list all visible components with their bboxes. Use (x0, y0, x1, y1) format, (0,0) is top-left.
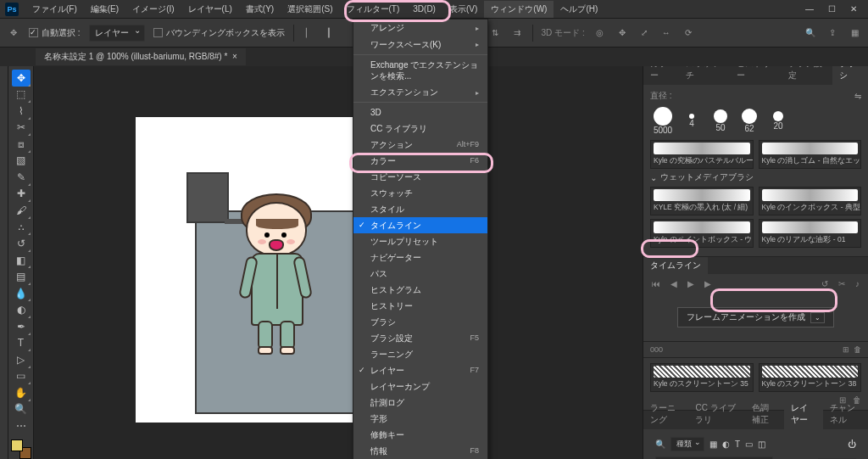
menu-paths[interactable]: パス (353, 266, 487, 282)
quick-select-tool[interactable]: ✂ (12, 120, 31, 137)
filter-type-icon[interactable]: T (735, 439, 740, 449)
menu-select[interactable]: 選択範囲(S) (281, 1, 339, 18)
brush-item[interactable]: Kyle の究極のパステルバルー… (650, 140, 754, 169)
menu-glyphs[interactable]: 字形 (353, 411, 487, 427)
menu-navigator[interactable]: ナビゲーター (353, 249, 487, 266)
timeline-split-icon[interactable]: ✂ (838, 279, 845, 288)
stamp-tool[interactable]: ⛬ (12, 219, 31, 236)
menu-color-panel[interactable]: カラーF6 (353, 153, 487, 169)
dodge-tool[interactable]: ◐ (12, 301, 31, 318)
eyedropper-tool[interactable]: ✎ (12, 169, 31, 186)
auto-select-checkbox[interactable]: 自動選択 : (29, 27, 81, 39)
menu-3d-panel[interactable]: 3D (353, 104, 487, 120)
create-frame-animation-button[interactable]: フレームアニメーションを作成 ⌄ (677, 307, 834, 327)
brush-preset[interactable]: 5000 (650, 107, 676, 135)
type-tool[interactable]: T (12, 335, 31, 352)
menu-info[interactable]: 情報F8 (353, 443, 487, 459)
timeline-audio-icon[interactable]: ♪ (855, 279, 860, 288)
menu-cc-library[interactable]: CC ライブラリ (353, 120, 487, 137)
brush-item[interactable]: Kyle のスクリーントーン 38 (759, 363, 862, 392)
menu-swatches[interactable]: スウォッチ (353, 185, 487, 201)
menu-modifier-keys[interactable]: 修飾キー (353, 427, 487, 443)
foreground-color[interactable] (11, 439, 23, 451)
canvas-area[interactable] (34, 66, 643, 459)
flip-icon[interactable]: ⇋ (854, 92, 861, 101)
menu-learning[interactable]: ラーニング (353, 346, 487, 362)
brush-item[interactable]: Kyle のリアルな油彩 - 01 (759, 219, 862, 248)
menu-styles[interactable]: スタイル (353, 201, 487, 217)
share-icon[interactable]: ⇪ (826, 26, 839, 40)
gradient-tool[interactable]: ▤ (12, 268, 31, 285)
filter-smart-icon[interactable]: ◫ (758, 439, 765, 449)
brush-preset[interactable]: 62 (737, 107, 762, 135)
menu-edit[interactable]: 編集(E) (84, 1, 125, 18)
menu-help[interactable]: ヘルプ(H) (554, 1, 604, 18)
frame-tool[interactable]: ▧ (12, 153, 31, 170)
history-brush-tool[interactable]: ↺ (12, 235, 31, 252)
distribute-b-icon[interactable]: ⇅ (488, 26, 502, 40)
lasso-tool[interactable]: ⌇ (12, 103, 31, 120)
timeline-prev-frame-icon[interactable]: ◀ (670, 279, 677, 288)
align-left-icon[interactable]: ▏ (303, 26, 316, 40)
tab-timeline[interactable]: タイムライン (643, 257, 708, 274)
tab-cc-library[interactable]: CC ライブラリ (688, 399, 744, 429)
menu-3d[interactable]: 3D(D) (406, 2, 442, 16)
path-select-tool[interactable]: ▷ (12, 351, 31, 368)
panel-collapse-strip[interactable] (0, 66, 8, 459)
tab-brush[interactable]: ブラシ (832, 66, 868, 85)
layer-filter-icon[interactable]: 🔍 (655, 439, 665, 449)
crop-tool[interactable]: ⧈ (12, 136, 31, 153)
brush-preset[interactable]: 50 (708, 107, 733, 135)
zoom-tool[interactable]: 🔍 (12, 401, 31, 418)
menu-layers[interactable]: レイヤーF7 (353, 362, 487, 378)
menu-copy-source[interactable]: コピーソース (353, 169, 487, 185)
threeD-orbit-icon[interactable]: ◎ (593, 26, 607, 40)
threeD-pan-icon[interactable]: ✥ (615, 26, 629, 40)
timeline-first-frame-icon[interactable]: ⏮ (652, 279, 660, 288)
search-icon[interactable]: 🔍 (804, 26, 817, 40)
brush-item[interactable]: KYLE 究極の墨入れ (太 / 細) (650, 187, 754, 216)
menu-workspace[interactable]: ワークスペース(K) (353, 36, 487, 52)
menu-extensions[interactable]: エクステンション (353, 84, 487, 100)
filter-toggle[interactable]: ⏻ (848, 439, 856, 449)
menu-actions[interactable]: アクションAlt+F9 (353, 137, 487, 153)
brush-item[interactable]: Kyle のインクボックス - 典型… (759, 187, 862, 216)
edit-toolbar[interactable]: ⋯ (12, 417, 31, 434)
timeline-trash-icon[interactable]: 🗑 (854, 345, 861, 354)
align-center-h-icon[interactable]: ▎ (325, 26, 338, 40)
menu-measurement-log[interactable]: 計測ログ (353, 395, 487, 411)
auto-select-mode-dropdown[interactable]: レイヤー (89, 25, 145, 42)
color-swatches[interactable] (11, 439, 31, 459)
tab-channels[interactable]: チャンネル (823, 399, 868, 429)
timeline-convert-icon[interactable]: ⊞ (843, 345, 849, 354)
filter-pixel-icon[interactable]: ▦ (709, 439, 717, 449)
distribute-c-icon[interactable]: ⇉ (510, 26, 524, 40)
brush-tool[interactable]: 🖌 (12, 202, 31, 219)
minimize-button[interactable]: — (800, 4, 819, 14)
threeD-slide-icon[interactable]: ↔ (659, 26, 673, 40)
tab-adjustments[interactable]: 色調補正 (745, 399, 784, 429)
shape-tool[interactable]: ▭ (12, 368, 31, 385)
filter-adjustment-icon[interactable]: ◐ (722, 439, 730, 449)
tab-color[interactable]: カラー (643, 66, 679, 85)
menu-exchange[interactable]: Exchange でエクステンションを検索... (353, 57, 487, 84)
timeline-next-frame-icon[interactable]: ▶ (704, 279, 711, 288)
menu-arrange[interactable]: アレンジ (353, 20, 487, 36)
menu-window[interactable]: ウィンドウ(W) (484, 1, 554, 18)
brush-item[interactable]: Kyle のペイントボックス - ウェ… (650, 219, 754, 248)
menu-image[interactable]: イメージ(I) (125, 1, 181, 18)
menu-brush[interactable]: ブラシ (353, 314, 487, 330)
menu-view[interactable]: 表示(V) (442, 1, 484, 18)
filter-shape-icon[interactable]: ▭ (745, 439, 753, 449)
blur-tool[interactable]: 💧 (12, 285, 31, 302)
timeline-tween-icon[interactable]: ↺ (821, 279, 828, 288)
show-bounds-checkbox[interactable]: バウンディングボックスを表示 (153, 27, 285, 39)
menu-file[interactable]: ファイル(F) (25, 1, 84, 18)
brush-preset[interactable]: 4 (679, 107, 704, 135)
menu-histogram[interactable]: ヒストグラム (353, 282, 487, 298)
tab-layers[interactable]: レイヤー (784, 399, 823, 429)
menu-history[interactable]: ヒストリー (353, 298, 487, 314)
tab-history[interactable]: ヒストリー (730, 66, 781, 85)
brush-item[interactable]: Kyle の消しゴム - 自然なエッ… (759, 140, 862, 169)
brush-preset[interactable]: 20 (765, 107, 791, 135)
